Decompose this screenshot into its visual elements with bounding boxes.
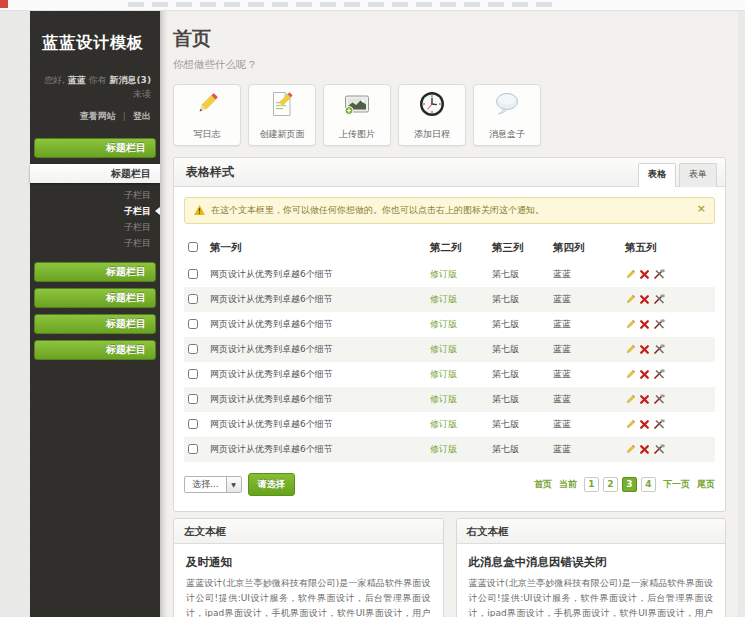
edit-icon[interactable] <box>625 444 636 455</box>
edition-link[interactable]: 修订版 <box>430 269 457 279</box>
sidebar-item-section-3[interactable]: 标题栏目 <box>34 262 156 282</box>
edition-link[interactable]: 修订版 <box>430 294 457 304</box>
edit-icon[interactable] <box>625 394 636 405</box>
message-box-button[interactable]: 消息盒子 <box>473 84 541 146</box>
delete-icon[interactable] <box>639 269 650 280</box>
tools-icon[interactable] <box>653 419 665 430</box>
row-title: 网页设计从优秀到卓越6个细节 <box>206 362 426 387</box>
sidebar-item-section-4[interactable]: 标题栏目 <box>34 288 156 308</box>
row-version: 第七版 <box>488 312 549 337</box>
edit-icon[interactable] <box>625 294 636 305</box>
next-page-link[interactable]: 下一页 <box>663 478 690 491</box>
edition-link[interactable]: 修订版 <box>430 319 457 329</box>
delete-icon[interactable] <box>639 419 650 430</box>
column-header[interactable]: 第二列 <box>426 234 488 262</box>
page-number-button[interactable]: 1 <box>584 477 599 492</box>
right-text-panel: 右文本框 此消息盒中消息因错误关闭 蓝蓝设计(北京兰亭妙微科技有限公司)是一家精… <box>456 518 727 617</box>
sidebar-subitem[interactable]: 子栏目 <box>30 203 160 219</box>
screenshot-artifact-text <box>128 2 560 7</box>
sidebar-item-section-2-active[interactable]: 标题栏目 <box>30 164 160 183</box>
row-checkbox[interactable] <box>188 294 198 304</box>
row-author: 蓝蓝 <box>549 312 621 337</box>
tab-form[interactable]: 表单 <box>679 163 717 187</box>
row-author: 蓝蓝 <box>549 387 621 412</box>
bulk-action-select[interactable]: 选择... ▼ <box>184 476 242 493</box>
panel-text: 蓝蓝设计(北京兰亭妙微科技有限公司)是一家精品软件界面设计公司!提供:UI设计服… <box>469 576 714 617</box>
greeting-prefix: 您好, <box>44 75 65 85</box>
sidebar-subitem[interactable]: 子栏目 <box>30 219 160 235</box>
table-card-header: 表格样式 表格 表单 <box>174 158 725 187</box>
tab-table[interactable]: 表格 <box>638 163 676 187</box>
first-page-link[interactable]: 首页 <box>534 478 552 491</box>
edition-link[interactable]: 修订版 <box>430 394 457 404</box>
tools-icon[interactable] <box>653 444 665 455</box>
tools-icon[interactable] <box>653 319 665 330</box>
edition-link[interactable]: 修订版 <box>430 369 457 379</box>
delete-icon[interactable] <box>639 319 650 330</box>
sidebar-item-section-1[interactable]: 标题栏目 <box>34 138 156 158</box>
add-schedule-button[interactable]: 添加日程 <box>398 84 466 146</box>
sidebar-subitem[interactable]: 子栏目 <box>30 235 160 251</box>
greeting-mid: 你有 <box>89 75 107 85</box>
tools-icon[interactable] <box>653 394 665 405</box>
row-checkbox[interactable] <box>188 269 198 279</box>
tools-icon[interactable] <box>653 294 665 305</box>
image-icon <box>342 89 372 123</box>
delete-icon[interactable] <box>639 444 650 455</box>
sidebar-item-section-5[interactable]: 标题栏目 <box>34 314 156 334</box>
tools-icon[interactable] <box>653 344 665 355</box>
chevron-down-icon[interactable]: ▼ <box>226 477 241 492</box>
row-actions <box>625 269 711 280</box>
delete-icon[interactable] <box>639 294 650 305</box>
sidebar-subitem[interactable]: 子栏目 <box>30 187 160 203</box>
edit-icon[interactable] <box>625 319 636 330</box>
edition-link[interactable]: 修订版 <box>430 344 457 354</box>
row-checkbox[interactable] <box>188 344 198 354</box>
tools-icon[interactable] <box>653 369 665 380</box>
column-header[interactable]: 第四列 <box>549 234 621 262</box>
last-page-link[interactable]: 尾页 <box>697 478 715 491</box>
table-row: 网页设计从优秀到卓越6个细节 修订版 第七版 蓝蓝 <box>184 437 715 462</box>
page-number-button[interactable]: 3 <box>622 477 637 492</box>
select-all-checkbox[interactable] <box>188 242 198 252</box>
logout-link[interactable]: 登出 <box>133 111 151 121</box>
close-icon[interactable]: × <box>697 202 706 215</box>
row-title: 网页设计从优秀到卓越6个细节 <box>206 387 426 412</box>
row-actions <box>625 444 711 455</box>
edit-icon[interactable] <box>625 419 636 430</box>
row-checkbox[interactable] <box>188 419 198 429</box>
create-page-button[interactable]: 创建新页面 <box>248 84 316 146</box>
column-header[interactable]: 第三列 <box>488 234 549 262</box>
view-site-link[interactable]: 查看网站 <box>80 111 116 121</box>
edition-link[interactable]: 修订版 <box>430 444 457 454</box>
new-messages-count[interactable]: 新消息(3) <box>110 75 152 85</box>
row-version: 第七版 <box>488 437 549 462</box>
delete-icon[interactable] <box>639 394 650 405</box>
apply-selection-button[interactable]: 请选择 <box>248 473 295 496</box>
edition-link[interactable]: 修订版 <box>430 419 457 429</box>
write-log-button[interactable]: 写日志 <box>173 84 241 146</box>
page-number-button[interactable]: 2 <box>603 477 618 492</box>
app-title: 蓝蓝设计模板 <box>30 11 160 60</box>
row-title: 网页设计从优秀到卓越6个细节 <box>206 437 426 462</box>
row-checkbox[interactable] <box>188 369 198 379</box>
delete-icon[interactable] <box>639 344 650 355</box>
upload-image-button[interactable]: 上传图片 <box>323 84 391 146</box>
row-version: 第七版 <box>488 362 549 387</box>
row-author: 蓝蓝 <box>549 437 621 462</box>
row-checkbox[interactable] <box>188 319 198 329</box>
column-header[interactable]: 第一列 <box>206 234 426 262</box>
row-checkbox[interactable] <box>188 394 198 404</box>
tools-icon[interactable] <box>653 269 665 280</box>
page-number-button[interactable]: 4 <box>641 477 656 492</box>
sidebar-item-section-6[interactable]: 标题栏目 <box>34 340 156 360</box>
edit-icon[interactable] <box>625 369 636 380</box>
edit-icon[interactable] <box>625 269 636 280</box>
row-actions <box>625 294 711 305</box>
username: 蓝蓝 <box>68 75 86 85</box>
column-header[interactable]: 第五列 <box>621 234 715 262</box>
table-row: 网页设计从优秀到卓越6个细节 修订版 第七版 蓝蓝 <box>184 337 715 362</box>
row-checkbox[interactable] <box>188 444 198 454</box>
edit-icon[interactable] <box>625 344 636 355</box>
delete-icon[interactable] <box>639 369 650 380</box>
